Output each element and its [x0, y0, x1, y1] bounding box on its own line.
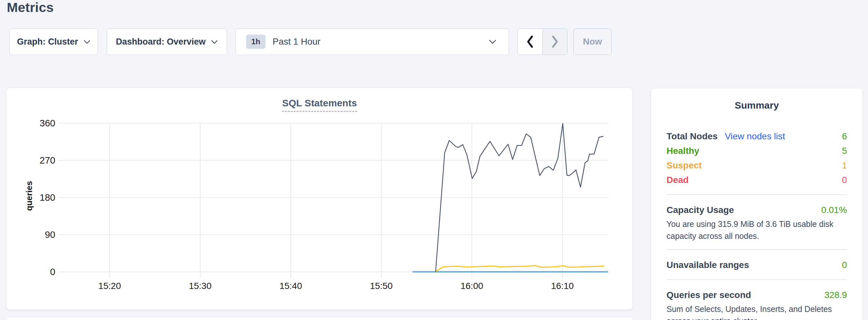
y-tick-label: 180: [40, 192, 55, 203]
divider: [666, 194, 847, 195]
summary-title: Summary: [666, 100, 847, 111]
capacity-usage-row: Capacity Usage 0.01%: [666, 203, 847, 217]
page-title: Metrics: [7, 0, 54, 15]
now-button[interactable]: Now: [574, 28, 612, 55]
time-window-nav: [518, 28, 567, 55]
y-tick-label: 360: [40, 118, 55, 128]
time-range-label: Past 1 Hour: [273, 36, 320, 47]
dead-nodes-row: Dead 0: [666, 172, 847, 187]
suspect-value: 1: [842, 160, 847, 171]
graph-scope-dropdown[interactable]: Graph: Cluster: [9, 28, 98, 55]
capacity-usage-value: 0.01%: [822, 205, 847, 215]
queries-per-second-value: 328.9: [824, 290, 847, 300]
time-range-dropdown[interactable]: 1h Past 1 Hour: [236, 28, 509, 55]
time-range-badge: 1h: [246, 35, 266, 49]
y-tick-label: 90: [45, 229, 55, 240]
capacity-usage-label: Capacity Usage: [666, 205, 734, 215]
y-tick-label: 270: [40, 155, 55, 165]
total-nodes-row: Total Nodes View nodes list 6: [666, 129, 847, 143]
chart-title-row: SQL Statements: [6, 98, 632, 112]
summary-panel: Summary Total Nodes View nodes list 6 He…: [651, 88, 863, 320]
time-next-button-disabled[interactable]: [542, 29, 567, 55]
dead-value: 0: [842, 175, 847, 185]
suspect-label: Suspect: [666, 160, 702, 171]
sql-statements-chart-card: SQL Statements queries 15:2015:3015:4015…: [6, 88, 633, 310]
unavailable-ranges-row: Unavailable ranges 0: [666, 258, 847, 272]
dead-label: Dead: [666, 175, 688, 185]
x-tick-label: 16:10: [551, 281, 574, 291]
healthy-nodes-row: Healthy 5: [666, 143, 847, 158]
next-chart-card-partial: [6, 317, 633, 320]
chevron-down-icon: [211, 40, 218, 44]
queries-per-second-row: Queries per second 328.9: [666, 288, 847, 302]
total-nodes-label: Total Nodes: [666, 131, 718, 141]
capacity-usage-description: You are using 315.9 MiB of 3.6 TiB usabl…: [666, 218, 847, 242]
view-nodes-list-link[interactable]: View nodes list: [725, 131, 785, 141]
x-tick-label: 15:40: [279, 281, 302, 291]
series-yellow: [436, 266, 604, 272]
chevron-left-icon: [526, 35, 534, 49]
suspect-nodes-row: Suspect 1: [666, 158, 847, 172]
metrics-page: Metrics Graph: Cluster Dashboard: Overvi…: [0, 0, 868, 320]
x-tick-label: 15:30: [189, 281, 212, 291]
y-tick-label: 0: [50, 267, 55, 277]
unavailable-ranges-label: Unavailable ranges: [666, 260, 749, 270]
time-prev-button[interactable]: [518, 29, 542, 55]
dashboard-dropdown[interactable]: Dashboard: Overview: [107, 28, 227, 55]
queries-per-second-label: Queries per second: [666, 290, 751, 300]
divider: [666, 279, 847, 280]
queries-per-second-description: Sum of Selects, Updates, Inserts, and De…: [666, 303, 847, 320]
divider: [666, 249, 847, 250]
chevron-down-icon: [489, 39, 496, 44]
chevron-right-icon: [551, 35, 559, 49]
x-tick-label: 15:50: [370, 281, 393, 291]
x-tick-label: 15:20: [98, 281, 121, 291]
x-tick-label: 16:00: [461, 281, 483, 291]
total-nodes-value: 6: [842, 131, 847, 141]
healthy-value: 5: [842, 146, 847, 156]
chart-title[interactable]: SQL Statements: [282, 98, 357, 112]
graph-scope-label: Graph: Cluster: [17, 37, 78, 47]
healthy-label: Healthy: [666, 146, 699, 156]
unavailable-ranges-value: 0: [842, 260, 847, 270]
chart-plot-area[interactable]: 15:2015:3015:4015:5016:0016:100901802703…: [33, 118, 615, 294]
chevron-down-icon: [84, 40, 91, 44]
dashboard-label: Dashboard: Overview: [116, 37, 206, 47]
